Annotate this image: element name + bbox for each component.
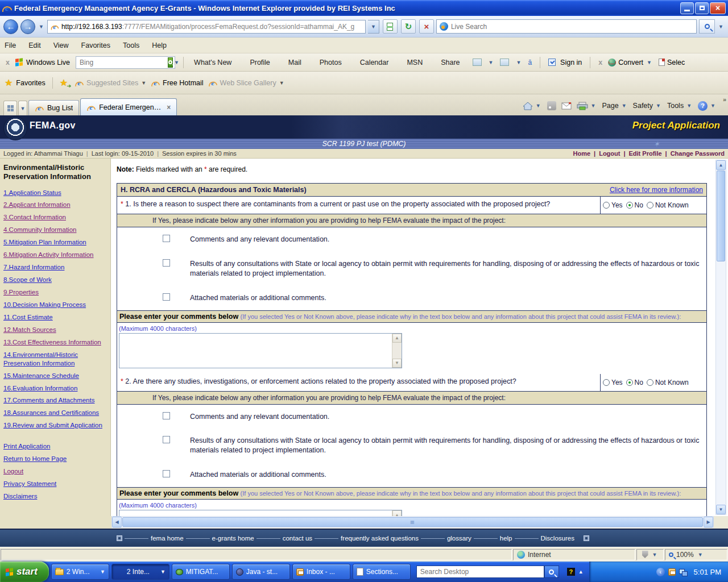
sidebar-extra-item[interactable]: Print Application (3, 442, 107, 451)
chevron-down-icon[interactable]: ▼ (487, 60, 495, 65)
session-link[interactable]: Home (573, 150, 591, 157)
search-desktop-input[interactable] (416, 566, 544, 578)
radio-button-icon[interactable] (603, 202, 610, 209)
rss-feeds-icon[interactable] (547, 101, 556, 110)
places-icon[interactable] (473, 59, 482, 66)
forward-button[interactable]: → (20, 19, 35, 34)
search-desktop-button[interactable] (544, 566, 559, 578)
radio-option[interactable]: Yes (603, 379, 623, 386)
stop-button[interactable]: × (419, 19, 434, 34)
tab-close-icon[interactable]: × (167, 103, 171, 111)
tab-list-dropdown[interactable]: ▼ (18, 101, 27, 115)
sidebar-item[interactable]: 19.Review and Submit Application (3, 421, 107, 430)
sidebar-item[interactable]: 5.Mitigation Plan Information (3, 238, 107, 247)
taskbar-task-button[interactable]: 2 Inte... ▼ (111, 564, 169, 580)
search-options-dropdown-icon[interactable]: ▼ (717, 24, 725, 30)
menu-item[interactable]: Favorites (81, 41, 110, 49)
toolbar-overflow-icon[interactable]: » (723, 96, 726, 103)
live-toolbar-link[interactable]: Photos (317, 59, 344, 66)
help-button[interactable]: ?▼ (698, 101, 717, 111)
footer-link[interactable]: contact us (254, 535, 312, 542)
read-mail-button[interactable] (561, 102, 572, 110)
footer-link[interactable]: fema home (122, 535, 184, 542)
scrollbar-thumb[interactable] (717, 171, 725, 261)
bing-search-box[interactable]: ▼ (76, 56, 175, 69)
radio-button-icon[interactable] (626, 202, 633, 209)
help-tray-icon[interactable]: ? (567, 568, 575, 576)
search-go-button[interactable] (699, 19, 715, 34)
radio-option[interactable]: Not Known (647, 379, 689, 386)
layout-icon[interactable] (500, 59, 509, 66)
footer-link[interactable]: e-grants home (184, 535, 254, 542)
sidebar-item[interactable]: 7.Hazard Information (3, 263, 107, 272)
scroll-up-icon[interactable]: ▲ (716, 160, 726, 170)
sidebar-extra-item[interactable]: Disclaimers (3, 492, 107, 501)
taskbar-task-button[interactable]: Sections... ▼ (353, 564, 411, 580)
session-link[interactable]: Logout (594, 150, 620, 157)
checkbox[interactable] (163, 293, 170, 301)
scroll-right-icon[interactable]: ▶ (704, 517, 713, 527)
menu-item[interactable]: File (5, 41, 16, 49)
taskbar-task-button[interactable]: MITIGAT... ▼ (172, 564, 230, 580)
tab-federal-emergency[interactable]: e Federal Emergenc... × (80, 98, 177, 115)
sidebar-item[interactable]: 11.Cost Estimate (3, 313, 107, 322)
url-field[interactable]: e http://192.168.3.193:7777/FEMAMitigati… (47, 20, 366, 34)
back-button[interactable]: ← (3, 19, 18, 34)
bing-search-input[interactable] (80, 59, 168, 66)
radio-option[interactable]: Yes (603, 201, 623, 209)
favorites-button[interactable]: ★ Favorites (5, 78, 46, 88)
home-button[interactable]: ▼ (523, 102, 542, 110)
sidebar-item[interactable]: 13.Cost Effectiveness Information (3, 338, 107, 347)
close-button[interactable]: × (710, 2, 726, 14)
live-toolbar-link[interactable]: MSN (404, 59, 425, 66)
scroll-up-icon[interactable]: ▲ (392, 510, 402, 516)
taskbar-task-button[interactable]: Java - st... ▼ (232, 564, 290, 580)
taskbar-task-button[interactable]: 2 Win... ▼ (51, 564, 109, 580)
toolbar-close-icon[interactable]: x (6, 59, 10, 66)
session-link[interactable]: Change Password (665, 150, 725, 157)
textarea-scrollbar[interactable]: ▲ ▼ (392, 334, 402, 368)
sidebar-item[interactable]: 8.Scope of Work (3, 276, 107, 284)
footer-link[interactable]: frequently asked questions (312, 535, 419, 542)
live-toolbar-link[interactable]: Mail (286, 59, 304, 66)
horizontal-scrollbar[interactable]: ◀ ▦ ▶ (111, 516, 714, 528)
menu-item[interactable]: View (53, 41, 69, 49)
refresh-button[interactable]: ↻ (401, 19, 416, 34)
tools-menu-button[interactable]: Tools▼ (667, 102, 693, 110)
checkbox[interactable] (163, 259, 170, 267)
vertical-scrollbar[interactable]: ▲ ▼ (715, 160, 726, 515)
scroll-down-icon[interactable]: ▼ (716, 505, 726, 514)
sidebar-extra-item[interactable]: Privacy Statement (3, 480, 107, 488)
sidebar-item[interactable]: 4.Community Information (3, 226, 107, 234)
zoom-control[interactable]: 100% ▼ (665, 549, 727, 560)
tab-bug-list[interactable]: e Bug List (28, 100, 79, 115)
sidebar-item[interactable]: 14.Environmental/Historic Preservation I… (3, 351, 107, 368)
sidebar-item[interactable]: 15.Maintenance Schedule (3, 372, 107, 380)
sidebar-item[interactable]: 3.Contact Information (3, 213, 107, 222)
chevron-down-icon[interactable]: ▼ (515, 60, 522, 65)
convert-button[interactable]: Convert ▼ (608, 59, 653, 66)
bing-go-button[interactable] (168, 57, 173, 68)
live-toolbar-link[interactable]: What's New (192, 59, 234, 66)
history-dropdown-icon[interactable]: ▼ (38, 24, 45, 30)
compatibility-view-button[interactable] (383, 19, 398, 34)
hide-icons-button[interactable]: ‹ (656, 568, 665, 576)
radio-button-icon[interactable] (626, 379, 633, 386)
radio-button-icon[interactable] (647, 202, 653, 209)
minimize-button[interactable] (680, 2, 694, 14)
url-dropdown-button[interactable]: ▼ (368, 20, 379, 34)
menu-item[interactable]: Tools (123, 41, 139, 49)
sidebar-item[interactable]: 17.Comments and Attachments (3, 396, 107, 405)
textarea-scrollbar[interactable]: ▲ ▼ (392, 510, 402, 516)
protected-mode-button[interactable]: ▼ (636, 549, 664, 560)
live-search-input[interactable] (451, 23, 693, 31)
sidebar-item[interactable]: 18.Assurances and Certifications (3, 409, 107, 417)
comments-textarea[interactable]: ▲ ▼ (119, 333, 402, 368)
sidebar-extra-item[interactable]: Logout (3, 467, 107, 476)
toolbar-close-icon[interactable]: x (598, 59, 602, 66)
favorites-bar-item[interactable]: e Suggested Sites ▼ (72, 78, 148, 88)
sidebar-extra-item[interactable]: Return to Home Page (3, 455, 107, 463)
sidebar-item[interactable]: 1.Application Status (3, 189, 107, 197)
radio-button-icon[interactable] (647, 379, 653, 386)
restore-button[interactable] (695, 2, 709, 14)
